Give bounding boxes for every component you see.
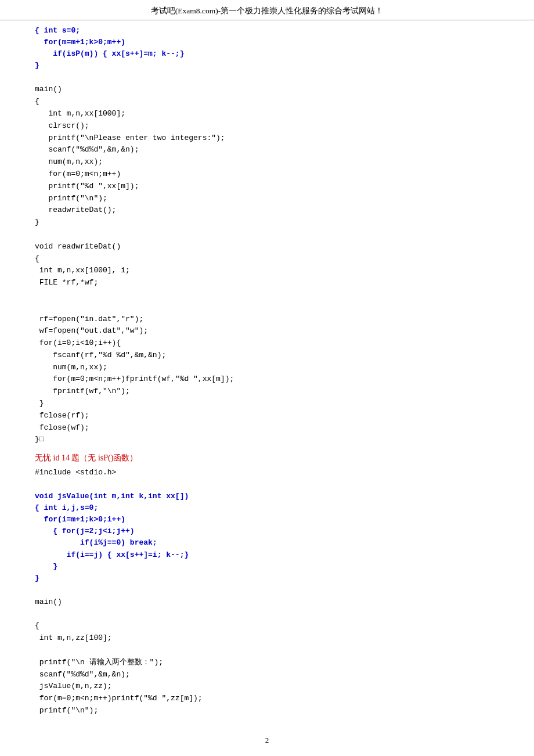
code-section-3: void readwriteDat() { int m,n,xx[1000], …: [35, 229, 499, 446]
code-section-1: { int s=0; for(m=m+1;k>0;m++) if(isP(m))…: [35, 25, 499, 72]
main-content: { int s=0; for(m=m+1;k>0;m++) if(isP(m))…: [0, 25, 534, 756]
code-section-4: #include <stdio.h>: [35, 467, 499, 479]
code-section-6: main() { int m,n,zz[100]; printf("\n 请输入…: [35, 584, 499, 717]
code-section-5: void jsValue(int m,int k,int xx[]) { int…: [35, 479, 499, 584]
page-number: 2: [35, 735, 499, 746]
code-section-2: main() { int m,n,xx[1000]; clrscr(); pri…: [35, 72, 499, 229]
section-heading-1: 无忧 id 14 题（无 isP()函数）: [35, 452, 499, 465]
header: 考试吧(Exam8.com)-第一个极力推崇人性化服务的综合考试网站！: [0, 0, 534, 20]
header-title: 考试吧(Exam8.com)-第一个极力推崇人性化服务的综合考试网站！: [0, 0, 534, 20]
